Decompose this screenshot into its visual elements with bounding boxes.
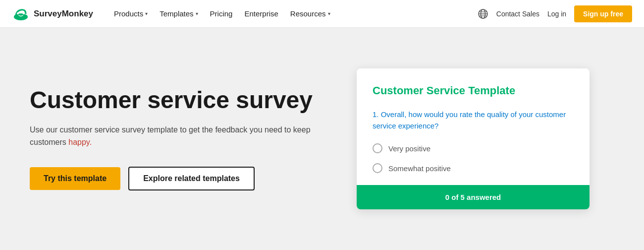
hero-buttons: Try this template Explore related templa… (30, 167, 327, 190)
contact-sales-link[interactable]: Contact Sales (496, 10, 539, 18)
option-label-somewhat-positive: Somewhat positive (388, 164, 451, 173)
nav-enterprise-label: Enterprise (244, 9, 278, 18)
hero-subtitle-highlight: happy. (68, 138, 92, 146)
survey-options: Very positive Somewhat positive (373, 143, 574, 173)
survey-card: Customer Service Template 1. Overall, ho… (357, 68, 590, 209)
svg-point-1 (17, 12, 19, 14)
nav-products[interactable]: Products ▾ (109, 6, 153, 21)
header-right: Contact Sales Log in Sign up free (478, 5, 632, 22)
explore-templates-button[interactable]: Explore related templates (128, 167, 255, 190)
logo-area[interactable]: SurveyMonkey (12, 7, 93, 21)
globe-icon[interactable] (478, 8, 488, 19)
nav-pricing[interactable]: Pricing (205, 6, 238, 21)
signup-button[interactable]: Sign up free (574, 5, 632, 22)
nav-pricing-label: Pricing (210, 9, 233, 18)
nav-resources[interactable]: Resources ▾ (285, 6, 335, 21)
survey-question: 1. Overall, how would you rate the quali… (373, 109, 574, 131)
header-left: SurveyMonkey Products ▾ Templates ▾ Pric… (12, 6, 335, 21)
surveymonkey-logo-icon (12, 7, 30, 21)
nav-links: Products ▾ Templates ▾ Pricing Enterpris… (109, 6, 335, 21)
nav-products-label: Products (114, 9, 143, 18)
question-number: 1. (373, 110, 379, 119)
radio-somewhat-positive[interactable] (373, 163, 382, 173)
survey-option-2[interactable]: Somewhat positive (373, 163, 574, 173)
header: SurveyMonkey Products ▾ Templates ▾ Pric… (0, 0, 644, 28)
hero-title: Customer service survey (30, 87, 327, 114)
hero-left: Customer service survey Use our customer… (30, 87, 327, 190)
survey-footer[interactable]: 0 of 5 answered (357, 185, 590, 209)
nav-enterprise[interactable]: Enterprise (239, 6, 283, 21)
survey-card-title: Customer Service Template (373, 84, 574, 97)
survey-option-1[interactable]: Very positive (373, 143, 574, 153)
nav-resources-label: Resources (290, 9, 326, 18)
nav-templates-label: Templates (160, 9, 193, 18)
nav-templates[interactable]: Templates ▾ (155, 6, 203, 21)
survey-card-inner: Customer Service Template 1. Overall, ho… (357, 68, 590, 185)
logo-text: SurveyMonkey (34, 9, 93, 19)
chevron-down-icon: ▾ (196, 11, 198, 16)
hero-subtitle: Use our customer service survey template… (30, 124, 327, 149)
try-template-button[interactable]: Try this template (30, 167, 120, 190)
question-text: Overall, how would you rate the quality … (373, 110, 566, 130)
chevron-down-icon: ▾ (328, 11, 330, 16)
option-label-very-positive: Very positive (388, 144, 430, 153)
svg-point-2 (23, 12, 25, 14)
hero-section: Customer service survey Use our customer… (0, 28, 644, 250)
chevron-down-icon: ▾ (145, 11, 148, 16)
login-button[interactable]: Log in (547, 10, 566, 18)
radio-very-positive[interactable] (373, 143, 382, 153)
